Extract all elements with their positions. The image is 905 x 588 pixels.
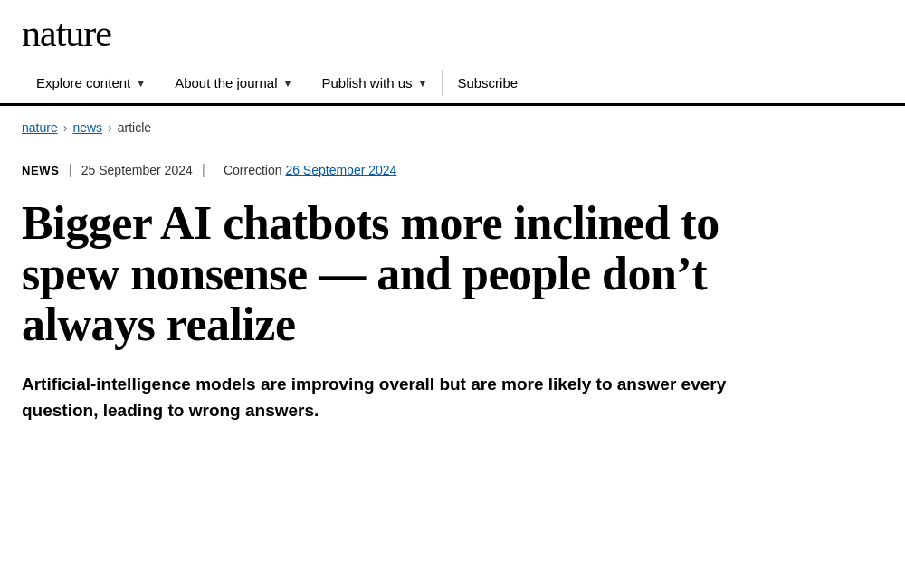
chevron-down-icon: ▼: [136, 78, 146, 89]
article-type-badge: NEWS: [22, 164, 60, 177]
site-logo: nature: [22, 14, 111, 52]
chevron-down-icon: ▼: [418, 78, 428, 89]
correction-label: Correction: [224, 163, 282, 177]
breadcrumb: nature › news › article: [22, 120, 883, 135]
nav-subscribe-label: Subscribe: [457, 75, 518, 90]
nav-explore-content[interactable]: Explore content ▼: [22, 62, 160, 103]
article-standfirst: Artificial-intelligence models are impro…: [22, 372, 793, 423]
nav-publish-with-us[interactable]: Publish with us ▼: [307, 62, 442, 103]
meta-separator-1: |: [69, 162, 72, 178]
breadcrumb-news-link[interactable]: news: [72, 120, 102, 135]
nav-explore-content-label: Explore content: [36, 75, 130, 90]
nav-publish-with-us-label: Publish with us: [321, 75, 412, 90]
article-meta: NEWS | 25 September 2024 | Correction 26…: [22, 162, 793, 178]
site-header: nature: [0, 0, 905, 62]
meta-separator-2: |: [202, 162, 205, 178]
correction-date-link[interactable]: 26 September 2024: [285, 163, 396, 177]
main-navigation: Explore content ▼ About the journal ▼ Pu…: [0, 62, 905, 106]
chevron-down-icon: ▼: [283, 78, 293, 89]
nav-about-journal[interactable]: About the journal ▼: [160, 62, 307, 103]
nav-subscribe[interactable]: Subscribe: [443, 62, 532, 103]
breadcrumb-separator-2: ›: [108, 120, 112, 135]
article-content: NEWS | 25 September 2024 | Correction 26…: [0, 144, 814, 450]
breadcrumb-current: article: [118, 120, 151, 135]
site-logo-link[interactable]: nature: [22, 33, 111, 49]
breadcrumb-bar: nature › news › article: [0, 106, 905, 144]
nav-about-journal-label: About the journal: [175, 75, 277, 90]
article-date: 25 September 2024: [81, 163, 193, 177]
breadcrumb-nature-link[interactable]: nature: [22, 120, 58, 135]
article-title: Bigger AI chatbots more inclined to spew…: [22, 198, 793, 350]
breadcrumb-separator-1: ›: [63, 120, 68, 135]
